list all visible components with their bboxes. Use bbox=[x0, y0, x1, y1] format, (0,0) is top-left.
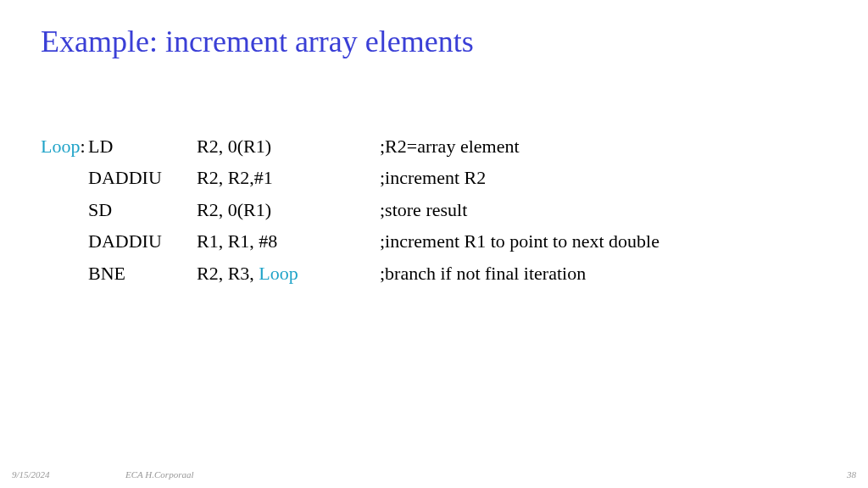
loop-branch-target: Loop bbox=[259, 263, 298, 284]
row-op: DADDIU bbox=[88, 162, 197, 193]
row-op: SD bbox=[88, 194, 197, 225]
row-comment: ;increment R2 bbox=[380, 162, 868, 193]
code-row: DADDIU R1, R1, #8 ;increment R1 to point… bbox=[41, 225, 868, 257]
slide-title: Example: increment array elements bbox=[0, 0, 868, 59]
row-args: R2, 0(R1) bbox=[197, 130, 380, 162]
row-comment: ;R2=array element bbox=[380, 130, 868, 162]
row-label: Loop: bbox=[41, 130, 88, 162]
code-row: SD R2, 0(R1) ;store result bbox=[41, 194, 868, 225]
row-comment: ;increment R1 to point to next double bbox=[380, 225, 868, 257]
row-args: R2, 0(R1) bbox=[197, 194, 380, 225]
row-args: R1, R1, #8 bbox=[197, 225, 380, 257]
row-args: R2, R2,#1 bbox=[197, 162, 380, 193]
code-row: DADDIU R2, R2,#1 ;increment R2 bbox=[41, 162, 868, 193]
row-comment: ;store result bbox=[380, 194, 868, 225]
code-row: BNE R2, R3, Loop ;branch if not final it… bbox=[41, 258, 868, 289]
row-comment: ;branch if not final iteration bbox=[380, 258, 868, 289]
row-args: R2, R3, Loop bbox=[197, 258, 380, 289]
loop-label: Loop bbox=[41, 136, 80, 157]
assembly-code-block: Loop: LD R2, 0(R1) ;R2=array element DAD… bbox=[0, 59, 868, 289]
row-op: DADDIU bbox=[88, 225, 197, 257]
footer-page-number: 38 bbox=[847, 469, 856, 480]
footer-source: ECA H.Corporaal bbox=[125, 469, 193, 480]
footer-date: 9/15/2024 bbox=[12, 469, 50, 480]
code-row: Loop: LD R2, 0(R1) ;R2=array element bbox=[41, 130, 868, 162]
row-op: BNE bbox=[88, 258, 197, 289]
row-op: LD bbox=[88, 130, 197, 162]
